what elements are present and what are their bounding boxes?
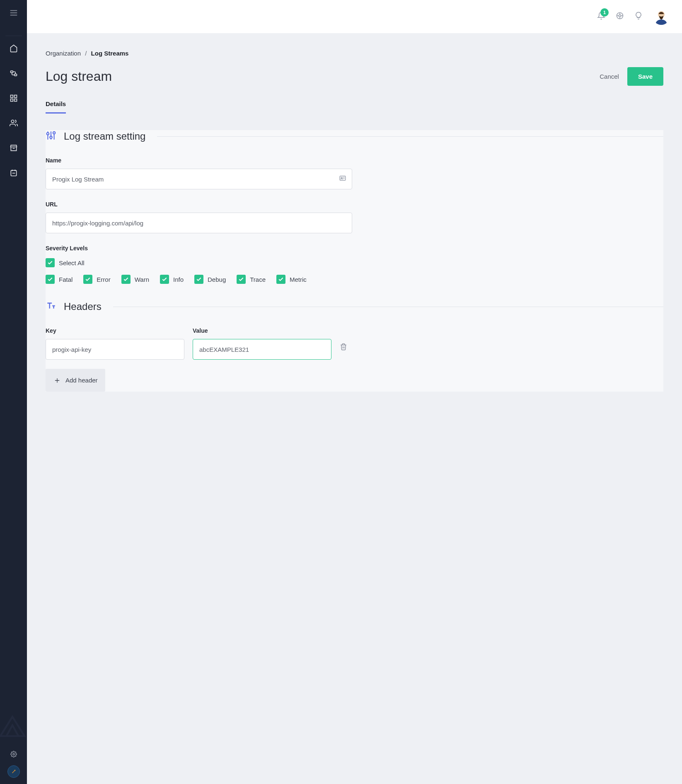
check-icon	[46, 275, 55, 284]
svg-rect-3	[10, 71, 13, 73]
main: 1 Organization / Log Streams Log stream …	[27, 0, 682, 784]
compass-icon[interactable]	[7, 765, 20, 778]
check-icon	[276, 275, 285, 284]
url-label: URL	[46, 201, 663, 208]
severity-trace-checkbox[interactable]: Trace	[237, 275, 266, 284]
nav-flows-icon[interactable]	[5, 65, 22, 82]
severity-info-checkbox[interactable]: Info	[160, 275, 184, 284]
nav-apps-icon[interactable]	[5, 90, 22, 106]
support-icon[interactable]	[616, 12, 624, 22]
delete-header-icon[interactable]	[340, 343, 347, 352]
severity-metric-checkbox[interactable]: Metric	[276, 275, 307, 284]
hint-icon[interactable]	[634, 12, 643, 22]
severity-label: Metric	[290, 276, 307, 283]
svg-point-25	[47, 133, 49, 135]
svg-rect-5	[10, 95, 13, 98]
headers-section: Headers Key Value	[46, 300, 663, 392]
page-title: Log stream	[46, 69, 112, 84]
page-header: Log stream Cancel Save	[46, 67, 663, 86]
severity-label: Fatal	[59, 276, 73, 283]
sidebar	[0, 0, 27, 784]
name-label: Name	[46, 157, 663, 164]
select-all-label: Select All	[59, 259, 85, 266]
check-icon	[237, 275, 246, 284]
nav-store-icon[interactable]	[5, 140, 22, 156]
svg-rect-30	[340, 176, 346, 181]
svg-point-9	[11, 120, 14, 123]
header-key-input[interactable]	[46, 339, 184, 360]
severity-debug-checkbox[interactable]: Debug	[194, 275, 226, 284]
breadcrumb-parent[interactable]: Organization	[46, 50, 81, 57]
divider	[113, 307, 663, 307]
svg-rect-7	[14, 99, 17, 102]
add-header-label: Add header	[65, 377, 98, 384]
svg-point-14	[13, 753, 15, 755]
url-input[interactable]	[46, 213, 352, 233]
breadcrumb: Organization / Log Streams	[46, 50, 663, 57]
severity-label: Debug	[208, 276, 226, 283]
tab-details[interactable]: Details	[46, 100, 66, 114]
severity-label: Warn	[135, 276, 149, 283]
content: Organization / Log Streams Log stream Ca…	[27, 33, 682, 784]
tabs: Details	[46, 100, 663, 114]
sliders-icon	[46, 130, 56, 143]
check-icon	[83, 275, 92, 284]
severity-label: Info	[173, 276, 184, 283]
save-button[interactable]: Save	[627, 67, 663, 86]
settings-title: Log stream setting	[64, 131, 145, 142]
nav-home-icon[interactable]	[5, 36, 22, 53]
header-key-label: Key	[46, 327, 184, 334]
cancel-button[interactable]: Cancel	[600, 73, 619, 80]
severity-label: Severity Levels	[46, 245, 663, 252]
svg-rect-6	[14, 95, 17, 98]
header-value-label: Value	[193, 327, 331, 334]
headers-title: Headers	[64, 301, 102, 312]
card-icon	[339, 174, 346, 184]
svg-point-27	[50, 136, 52, 138]
severity-fatal-checkbox[interactable]: Fatal	[46, 275, 73, 284]
nav-calendar-icon[interactable]	[5, 165, 22, 181]
severity-error-checkbox[interactable]: Error	[83, 275, 110, 284]
header-value-input[interactable]	[193, 339, 331, 360]
svg-point-29	[53, 132, 55, 134]
avatar[interactable]	[653, 8, 670, 25]
severity-label: Trace	[250, 276, 266, 283]
breadcrumb-current: Log Streams	[91, 50, 129, 57]
svg-point-31	[341, 177, 342, 179]
settings-gear-icon[interactable]	[10, 751, 17, 759]
check-icon	[160, 275, 169, 284]
name-input[interactable]	[46, 169, 352, 189]
breadcrumb-sep: /	[85, 50, 87, 57]
select-all-checkbox[interactable]: Select All	[46, 258, 663, 267]
svg-rect-4	[14, 74, 17, 76]
svg-rect-8	[10, 99, 13, 102]
svg-line-15	[12, 770, 15, 773]
severity-row: Fatal Error Warn Info Debug Trace Metric	[46, 275, 663, 284]
page-actions: Cancel Save	[600, 67, 663, 86]
divider	[157, 136, 663, 137]
notification-badge: 1	[600, 8, 609, 17]
add-header-button[interactable]: ＋ Add header	[46, 369, 105, 392]
severity-label: Error	[97, 276, 110, 283]
settings-section: Log stream setting Name URL S	[46, 130, 663, 392]
text-icon	[46, 300, 56, 313]
svg-point-17	[619, 15, 621, 17]
severity-warn-checkbox[interactable]: Warn	[121, 275, 149, 284]
check-icon	[121, 275, 131, 284]
sidebar-decor	[0, 712, 27, 743]
hamburger-icon[interactable]	[9, 8, 18, 19]
topbar: 1	[27, 0, 682, 33]
check-icon	[194, 275, 203, 284]
plus-icon: ＋	[53, 375, 61, 386]
check-icon	[46, 258, 55, 267]
notifications-icon[interactable]: 1	[597, 12, 605, 22]
nav-users-icon[interactable]	[5, 115, 22, 131]
